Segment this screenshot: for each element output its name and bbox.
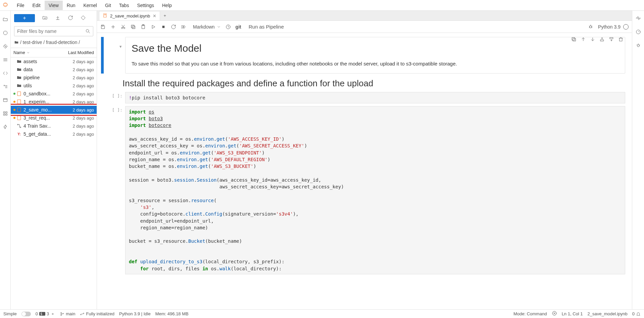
add-cell-icon[interactable] (110, 24, 116, 30)
notebook-tab[interactable]: 2_save_model.ipynb ✕ (99, 11, 160, 20)
git-icon[interactable] (2, 43, 9, 50)
paste-icon[interactable] (141, 24, 146, 30)
terminal-count[interactable]: 0 $_ 3 (36, 311, 55, 317)
breadcrumb[interactable]: / test-drive / fraud-detection / (11, 37, 97, 48)
collapse-chevron-icon[interactable]: ▾ (119, 44, 122, 49)
menu-view[interactable]: View (45, 1, 63, 10)
file-row[interactable]: 2_save_mo...2 days ago (11, 106, 97, 114)
add-tab-button[interactable]: + (160, 13, 169, 18)
notebook-content: ▾ Save the Model To save this model so t (97, 33, 632, 309)
run-icon[interactable] (151, 24, 156, 30)
close-icon[interactable]: ✕ (153, 13, 156, 18)
property-inspector-icon[interactable] (636, 15, 641, 22)
menu-edit[interactable]: Edit (29, 1, 45, 10)
menu-kernel[interactable]: Kernel (79, 1, 101, 10)
folder-row[interactable]: pipeline2 days ago (11, 74, 97, 82)
menu-file[interactable]: File (13, 1, 29, 10)
components-icon[interactable] (2, 110, 9, 117)
save-icon[interactable] (100, 24, 106, 30)
kernel-info[interactable]: Python 3.9 | Idle (119, 311, 151, 316)
svg-rect-12 (3, 112, 5, 113)
new-launcher-button[interactable]: + (14, 14, 35, 22)
simple-toggle[interactable] (21, 312, 31, 316)
git-branch[interactable]: main (60, 311, 75, 317)
svg-rect-24 (17, 116, 20, 120)
col-modified[interactable]: Last Modified (63, 48, 97, 57)
extension-icon[interactable] (2, 124, 9, 130)
notifications[interactable]: 0 (632, 311, 641, 317)
svg-line-50 (592, 27, 592, 28)
menubar: FileEditViewRunKernelGitTabsSettingsHelp (0, 0, 644, 11)
svg-line-68 (638, 31, 639, 32)
svg-marker-40 (152, 25, 155, 28)
active-filename: 2_save_model.ipynb (588, 311, 628, 316)
cut-icon[interactable] (120, 24, 126, 30)
col-name[interactable]: Name (11, 48, 63, 57)
code-editor[interactable]: !pip install boto3 botocore (125, 92, 625, 103)
file-toolbar: + (11, 11, 97, 26)
code-editor[interactable]: import os import boto3 import botocore a… (125, 106, 625, 274)
git-clone-icon[interactable] (81, 15, 86, 21)
move-up-icon[interactable] (581, 37, 586, 43)
upload-icon[interactable] (55, 15, 60, 21)
gear-list-icon[interactable] (2, 83, 9, 90)
folder-row[interactable]: utils2 days ago (11, 82, 97, 90)
code-icon[interactable] (2, 70, 9, 77)
restart-icon[interactable] (171, 24, 176, 30)
svg-rect-55 (600, 40, 603, 41)
menu-help[interactable]: Help (158, 1, 176, 10)
stop-icon[interactable] (161, 24, 166, 30)
menu-settings[interactable]: Settings (133, 1, 158, 10)
md-title: Save the Model (132, 43, 619, 54)
svg-rect-29 (102, 25, 103, 26)
menu-run[interactable]: Run (63, 1, 80, 10)
cell-type-select[interactable]: Markdown (193, 24, 221, 30)
insert-below-icon[interactable] (609, 37, 614, 43)
file-row[interactable]: 3_rest_req...2 days ago (11, 114, 97, 122)
file-row[interactable]: 1_experim...2 days ago (11, 98, 97, 106)
file-browser: + / test-drive / fraud-detection / Name (11, 11, 97, 309)
cell-actions (571, 37, 624, 43)
folder-row[interactable]: assets2 days ago (11, 57, 97, 65)
filter-input[interactable] (14, 26, 93, 36)
run-all-icon[interactable] (181, 24, 186, 30)
kernel-selector[interactable]: Python 3.9 (598, 24, 629, 30)
insert-above-icon[interactable] (599, 37, 605, 43)
trusted-icon[interactable] (552, 311, 557, 317)
move-down-icon[interactable] (590, 37, 595, 43)
list-icon[interactable] (2, 56, 9, 63)
search-icon (85, 29, 91, 35)
cursor-position[interactable]: Ln 1, Col 1 (562, 311, 583, 316)
debugger-icon[interactable] (636, 43, 641, 49)
git-button[interactable]: git (236, 24, 241, 30)
stop-icon[interactable] (2, 30, 9, 36)
file-row[interactable]: 0_sandbox...2 days ago (11, 90, 97, 98)
file-row[interactable]: Y:5_get_data...2 days ago (11, 130, 97, 138)
notebook-area: 2_save_model.ipynb ✕ + Markdown (97, 11, 632, 309)
file-list-header: Name Last Modified (11, 48, 97, 57)
svg-rect-13 (6, 112, 7, 113)
menu-tabs[interactable]: Tabs (115, 1, 133, 10)
clock-icon[interactable] (226, 24, 231, 30)
cell-code-2[interactable]: [ ]: import os import boto3 import botoc… (101, 106, 625, 274)
window-icon[interactable] (2, 97, 9, 103)
folder-row[interactable]: data2 days ago (11, 65, 97, 74)
file-row[interactable]: 4 Train Sav...2 days ago (11, 122, 97, 130)
gauge-icon[interactable] (636, 29, 641, 36)
md-heading-2[interactable]: Install the required packages and define… (122, 78, 625, 89)
folder-icon[interactable] (2, 16, 9, 23)
new-folder-icon[interactable] (42, 15, 48, 21)
run-pipeline-button[interactable]: Run as Pipeline (249, 24, 284, 30)
memory-info: Mem: 496.18 MB (155, 311, 189, 316)
cell-markdown-1[interactable]: ▾ Save the Model To save this model so t (101, 37, 625, 74)
refresh-icon[interactable] (68, 15, 73, 21)
kernel-status-icon (623, 24, 629, 30)
delete-icon[interactable] (618, 37, 624, 43)
copy-icon[interactable] (131, 24, 136, 30)
svg-rect-51 (573, 38, 576, 41)
duplicate-icon[interactable] (571, 37, 577, 43)
menu-git[interactable]: Git (101, 1, 115, 10)
cell-code-1[interactable]: [ ]: !pip install boto3 botocore (101, 92, 625, 103)
bug-icon[interactable] (588, 24, 593, 30)
svg-rect-14 (3, 114, 5, 115)
